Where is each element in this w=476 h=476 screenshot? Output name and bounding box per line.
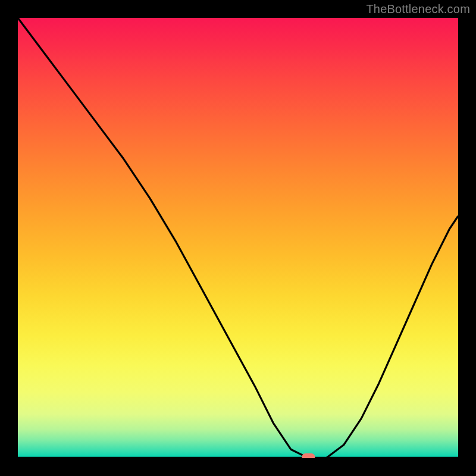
chart-frame: TheBottleneck.com <box>0 0 476 476</box>
watermark-text: TheBottleneck.com <box>366 2 470 16</box>
optimum-marker <box>302 453 315 458</box>
plot-area <box>18 18 458 458</box>
bottleneck-curve <box>18 18 458 458</box>
curve-layer <box>18 18 458 458</box>
